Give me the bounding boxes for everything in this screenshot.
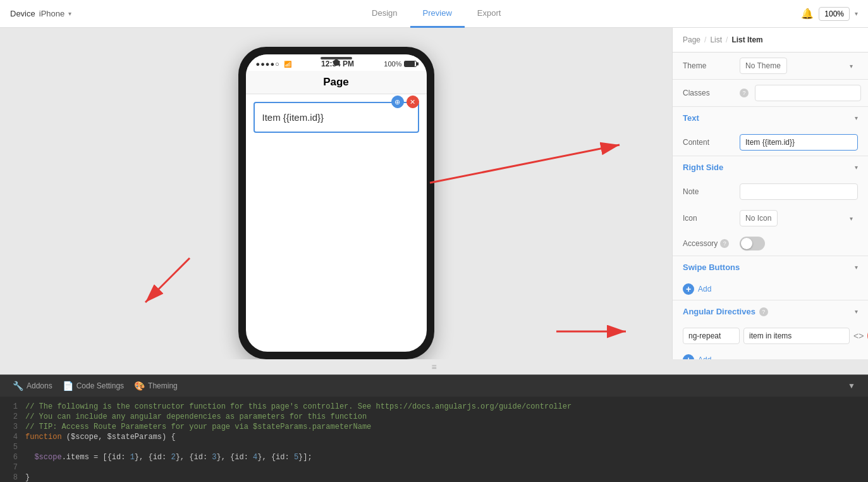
ng-repeat-row: <> ✕ (673, 323, 868, 349)
accessory-help-icon[interactable]: ? (720, 239, 729, 248)
angular-add-icon: + (683, 354, 694, 359)
theming-label: Theming (148, 381, 178, 390)
accessory-row: Accessory ? (673, 232, 868, 256)
line-code-6: $scope.items = [{id: 1}, {id: 2}, {id: 3… (25, 453, 312, 462)
right-side-title: Right Side (683, 163, 723, 172)
main-content: ●●●●○ 📶 12:34 PM 100% Page ⊕ (0, 28, 868, 359)
code-settings-btn[interactable]: 📄 Code Settings (58, 379, 129, 393)
line-code-8: } (25, 473, 30, 482)
line-num-3: 3 (8, 423, 18, 431)
line-code-3: // TIP: Access Route Parameters for your… (25, 423, 371, 431)
classes-label: Classes (683, 89, 733, 97)
svg-line-1 (430, 145, 620, 183)
right-side-header[interactable]: Right Side ▾ (673, 156, 868, 178)
zoom-button[interactable]: 100% (819, 7, 850, 21)
swipe-buttons-section: Swipe Buttons ▾ + Add (673, 256, 868, 300)
list-item-text: Item {{item.id}} (262, 112, 324, 123)
icon-row: Icon No Icon (673, 205, 868, 232)
device-selector[interactable]: Device iPhone ▾ (10, 9, 71, 18)
addons-btn[interactable]: 🔧 Addons (8, 379, 58, 393)
text-section-header[interactable]: Text ▾ (673, 107, 868, 129)
ng-repeat-tag-input[interactable] (683, 328, 740, 344)
classes-help-icon[interactable]: ? (740, 89, 749, 97)
notification-icon[interactable]: 🔔 (801, 8, 814, 20)
code-line-5: 5 (0, 442, 868, 452)
angular-help-icon[interactable]: ? (759, 307, 768, 316)
tab-preview[interactable]: Preview (410, 0, 465, 28)
angular-directives-header[interactable]: Angular Directives ? ▾ (673, 300, 868, 323)
angular-directives-title: Angular Directives (683, 307, 755, 316)
content-label: Content (683, 138, 733, 147)
code-line-3: 3 // TIP: Access Route Parameters for yo… (0, 422, 868, 432)
device-dropdown-arrow[interactable]: ▾ (68, 10, 71, 17)
battery-bar (404, 61, 417, 67)
theme-label: Theme (683, 61, 733, 70)
breadcrumb-active: List Item (731, 35, 762, 44)
tab-export[interactable]: Export (465, 0, 514, 28)
top-bar-right: 🔔 100% ▾ (801, 7, 858, 21)
classes-input[interactable] (755, 85, 861, 101)
angular-directives-section: Angular Directives ? ▾ <> ✕ + Add (673, 300, 868, 359)
canvas-area: ●●●●○ 📶 12:34 PM 100% Page ⊕ (0, 28, 672, 359)
wifi-icon: 📶 (284, 61, 291, 68)
theme-section: Theme No Theme (673, 53, 868, 80)
content-input[interactable] (740, 134, 858, 151)
icon-label: Icon (683, 214, 733, 223)
line-num-8: 8 (8, 473, 18, 482)
breadcrumb-sep2: / (726, 35, 728, 44)
line-code-1: // The following is the constructor func… (25, 402, 572, 411)
theme-select-wrapper: No Theme (740, 58, 858, 74)
text-section-title: Text (683, 113, 699, 123)
icon-select[interactable]: No Icon (740, 210, 778, 226)
note-label: Note (683, 187, 733, 196)
text-section: Text ▾ Content (673, 107, 868, 156)
right-side-chevron: ▾ (855, 164, 858, 171)
breadcrumb-list[interactable]: List (710, 35, 722, 44)
line-num-1: 1 (8, 402, 18, 411)
code-arrow-overlay (114, 252, 240, 328)
content-row: Content (673, 129, 868, 156)
list-item-selected[interactable]: ⊕ ✕ Item {{item.id}} (254, 102, 419, 133)
ng-repeat-value-input[interactable] (743, 328, 850, 344)
classes-row: Classes ? (673, 80, 868, 106)
classes-section: Classes ? (673, 80, 868, 107)
breadcrumb-page[interactable]: Page (683, 35, 700, 44)
angular-add-btn[interactable]: + Add (673, 349, 721, 359)
phone-mockup: ●●●●○ 📶 12:34 PM 100% Page ⊕ (238, 47, 434, 359)
theming-icon: 🎨 (134, 381, 145, 391)
theming-btn[interactable]: 🎨 Theming (129, 379, 183, 393)
list-item-controls: ⊕ ✕ (391, 96, 419, 108)
collapse-icon: ▼ (848, 381, 855, 390)
addons-label: Addons (27, 381, 52, 390)
swipe-buttons-header[interactable]: Swipe Buttons ▾ (673, 256, 868, 278)
code-editor: 🔧 Addons 📄 Code Settings 🎨 Theming ▼ 1 /… (0, 374, 868, 482)
accessory-toggle[interactable] (740, 237, 765, 250)
note-input[interactable] (740, 183, 858, 200)
line-num-7: 7 (8, 463, 18, 472)
code-line-6: 6 $scope.items = [{id: 1}, {id: 2}, {id:… (0, 452, 868, 462)
swipe-add-label: Add (698, 285, 711, 294)
right-side-section: Right Side ▾ Note Icon No Icon Accessory… (673, 156, 868, 256)
breadcrumb-sep1: / (704, 35, 706, 44)
icon-select-wrapper: No Icon (740, 210, 858, 226)
angular-directives-chevron: ▾ (855, 308, 858, 315)
iphone-label: iPhone (39, 9, 64, 18)
accessory-label: Accessory ? (683, 239, 733, 248)
collapse-btn[interactable]: ▼ (843, 380, 860, 392)
swipe-buttons-add-btn[interactable]: + Add (673, 278, 721, 300)
list-item-delete-btn[interactable]: ✕ (406, 96, 419, 108)
theme-row: Theme No Theme (673, 53, 868, 79)
device-label: Device (10, 9, 35, 18)
phone-page-title: Page (246, 71, 427, 94)
zoom-dropdown-arrow[interactable]: ▾ (855, 10, 858, 17)
list-item-edit-btn[interactable]: ⊕ (391, 96, 404, 108)
breadcrumb: Page / List / List Item (673, 28, 868, 53)
drag-handle-icon: ≡ (431, 362, 436, 372)
tab-design[interactable]: Design (359, 0, 410, 28)
drag-handle[interactable]: ≡ (0, 359, 868, 374)
theme-select[interactable]: No Theme (740, 58, 787, 74)
phone-camera (333, 59, 339, 66)
addons-icon: 🔧 (13, 381, 23, 391)
ng-code-icon[interactable]: <> (853, 331, 864, 341)
line-num-4: 4 (8, 433, 18, 442)
